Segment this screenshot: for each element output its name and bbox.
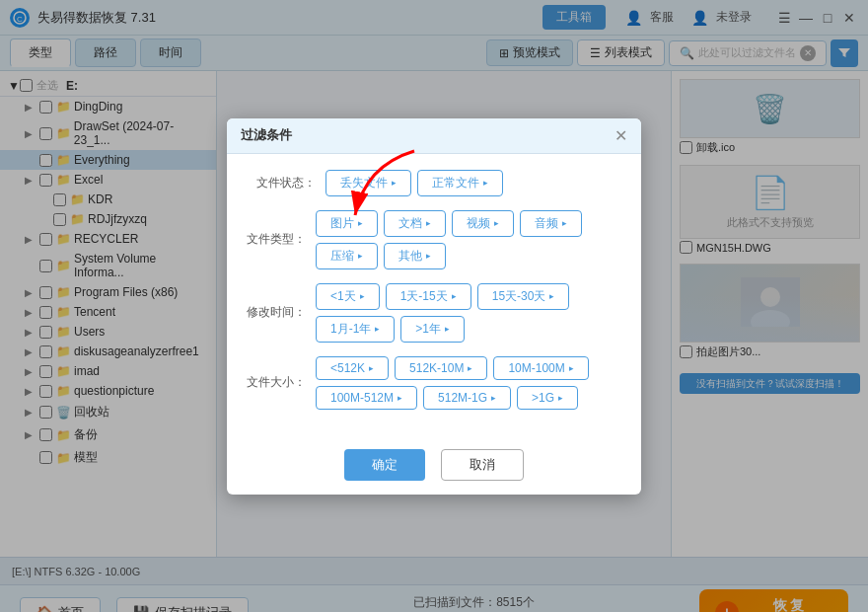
filter-more-1g[interactable]: >1G ▸	[517, 386, 578, 410]
modal-title: 过滤条件	[241, 126, 615, 144]
filter-audio[interactable]: 音频 ▸	[520, 210, 582, 237]
filter-modal: 过滤条件 ✕ 文件状态： 丢失文件 ▸ 正常文件 ▸	[227, 118, 641, 495]
filter-compress[interactable]: 压缩 ▸	[316, 243, 378, 269]
normal-file-label: 正常文件	[432, 175, 479, 191]
file-type-label: 文件类型：	[247, 231, 306, 248]
tag-arrow-icon: ▸	[426, 218, 431, 228]
image-label: 图片	[330, 215, 354, 232]
filter-10m-100m[interactable]: 10M-100M ▸	[493, 356, 588, 380]
filter-image[interactable]: 图片 ▸	[316, 210, 378, 237]
tag-arrow-icon: ▸	[494, 218, 499, 228]
filter-512m-1g[interactable]: 512M-1G ▸	[423, 386, 511, 410]
file-size-label: 文件大小：	[247, 374, 306, 391]
file-size-options: <512K ▸ 512K-10M ▸ 10M-100M ▸ 100M-512M …	[316, 356, 621, 410]
tag-arrow-icon: ▸	[468, 363, 472, 373]
modal-body: 文件状态： 丢失文件 ▸ 正常文件 ▸ 文件类型： 图片	[227, 154, 641, 439]
document-label: 文档	[398, 215, 422, 232]
tag-arrow-icon: ▸	[426, 251, 431, 261]
modal-header: 过滤条件 ✕	[227, 118, 641, 154]
filter-lost-file[interactable]: 丢失文件 ▸	[326, 170, 411, 196]
tag-arrow-icon: ▸	[358, 251, 363, 261]
tag-arrow-icon: ▸	[491, 393, 496, 403]
filter-15-30day[interactable]: 15天-30天 ▸	[477, 283, 570, 310]
modify-time-row: 修改时间： <1天 ▸ 1天-15天 ▸ 15天-30天 ▸	[247, 283, 621, 343]
filter-video[interactable]: 视频 ▸	[452, 210, 514, 237]
file-type-options: 图片 ▸ 文档 ▸ 视频 ▸ 音频 ▸	[316, 210, 621, 269]
file-type-row: 文件类型： 图片 ▸ 文档 ▸ 视频 ▸ 音频	[247, 210, 621, 269]
modal-footer: 确定 取消	[227, 439, 641, 495]
tag-arrow-icon: ▸	[392, 178, 397, 188]
filter-100m-512m[interactable]: 100M-512M ▸	[316, 386, 417, 410]
tag-arrow-icon: ▸	[483, 178, 488, 188]
tag-arrow-icon: ▸	[375, 324, 380, 334]
filter-1-15day[interactable]: 1天-15天 ▸	[386, 283, 471, 310]
lost-file-label: 丢失文件	[340, 175, 388, 191]
tag-arrow-icon: ▸	[569, 363, 574, 373]
filter-less-1day[interactable]: <1天 ▸	[316, 283, 380, 310]
modal-confirm-button[interactable]: 确定	[344, 449, 425, 481]
video-label: 视频	[467, 215, 490, 232]
modify-time-label: 修改时间：	[247, 304, 306, 321]
tag-arrow-icon: ▸	[398, 393, 402, 403]
tag-arrow-icon: ▸	[369, 363, 374, 373]
tag-arrow-icon: ▸	[445, 324, 450, 334]
tag-arrow-icon: ▸	[558, 393, 563, 403]
file-size-row: 文件大小： <512K ▸ 512K-10M ▸ 10M-100M ▸	[247, 356, 621, 410]
file-status-label: 文件状态：	[247, 175, 316, 191]
file-status-row: 文件状态： 丢失文件 ▸ 正常文件 ▸	[247, 170, 621, 196]
compress-label: 压缩	[330, 248, 354, 265]
tag-arrow-icon: ▸	[452, 291, 457, 301]
modal-overlay: 过滤条件 ✕ 文件状态： 丢失文件 ▸ 正常文件 ▸	[0, 0, 868, 612]
file-status-options: 丢失文件 ▸ 正常文件 ▸	[326, 170, 503, 196]
filter-less-512k[interactable]: <512K ▸	[316, 356, 389, 380]
filter-document[interactable]: 文档 ▸	[384, 210, 446, 237]
tag-arrow-icon: ▸	[549, 291, 554, 301]
audio-label: 音频	[535, 215, 558, 232]
tag-arrow-icon: ▸	[360, 291, 365, 301]
modify-time-options: <1天 ▸ 1天-15天 ▸ 15天-30天 ▸ 1月-1年 ▸	[316, 283, 621, 343]
filter-more-1year[interactable]: >1年 ▸	[400, 316, 465, 343]
tag-arrow-icon: ▸	[562, 218, 567, 228]
filter-1month-1year[interactable]: 1月-1年 ▸	[316, 316, 395, 343]
tag-arrow-icon: ▸	[358, 218, 363, 228]
filter-normal-file[interactable]: 正常文件 ▸	[417, 170, 503, 196]
modal-cancel-button[interactable]: 取消	[441, 449, 524, 481]
modal-close-button[interactable]: ✕	[615, 126, 627, 145]
filter-other[interactable]: 其他 ▸	[384, 243, 446, 269]
filter-512k-10m[interactable]: 512K-10M ▸	[395, 356, 487, 380]
other-label: 其他	[398, 248, 422, 265]
